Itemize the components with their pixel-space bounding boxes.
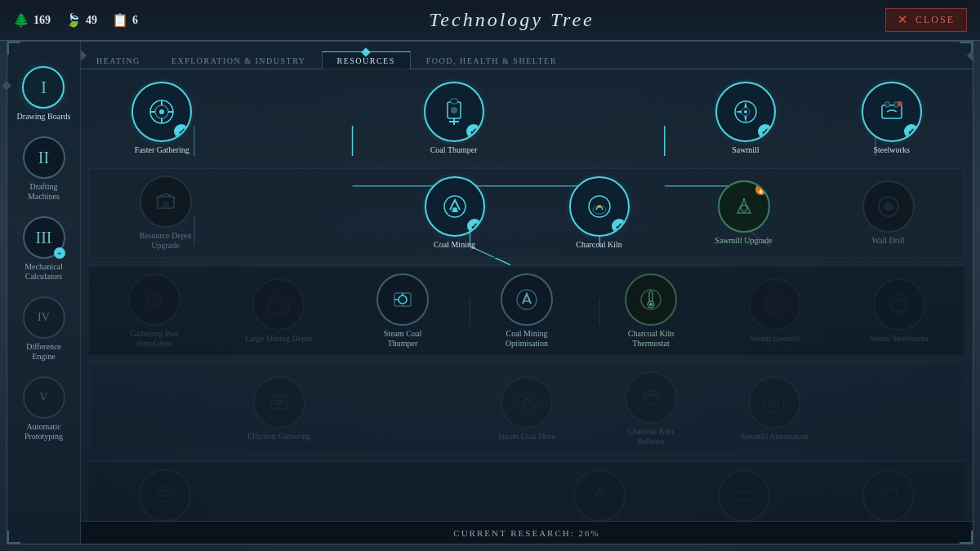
tech-node-wall-drill[interactable]: Wall Drill <box>852 180 925 246</box>
tier-item-5[interactable]: V Automatic Prototyping <box>16 376 73 442</box>
svg-rect-71 <box>157 491 173 502</box>
tech-node-steam-sawmill[interactable]: Steam Sawmill <box>738 278 812 344</box>
tech-label-steam-coal-thumper: Steam Coal Thumper <box>368 329 438 349</box>
tech-node-sawmill-auto[interactable]: Sawmill Automation <box>737 376 811 442</box>
status-bar: CURRENT RESEARCH: 26% <box>81 521 973 544</box>
tier-plus-icon-3: + <box>54 247 65 259</box>
tech-node-faster-gathering[interactable]: ✓ Faster Gathering <box>125 82 198 155</box>
tech-node-resource-depot[interactable]: Resource Depot Upgrade <box>129 176 203 251</box>
tab-diamond-right <box>967 50 973 61</box>
tech-node-sawmill-upgrade[interactable]: 🔥 Sawmill Upgrade <box>707 180 781 246</box>
tech-circle-coal-mining[interactable]: ✓ <box>425 176 485 237</box>
tech-circle-steam-steelworks[interactable] <box>873 278 925 331</box>
tech-circle-charcoal-bellows[interactable] <box>625 371 677 424</box>
tech-label-charcoal-thermostat: Charcoal Kiln Thermostat <box>617 329 686 349</box>
tech-circle-steam-sawmill[interactable] <box>749 278 801 331</box>
tech-node-steam-coal-thumper[interactable]: Steam Coal Thumper <box>366 273 439 349</box>
close-button[interactable]: ✕ CLOSE <box>885 8 967 32</box>
tab-exploration[interactable]: EXPLORATION & INDUSTRY <box>156 51 322 69</box>
tab-resources[interactable]: RESOURCES <box>322 51 411 69</box>
people-count: 6 <box>132 14 138 27</box>
tech-label-coal-thumper: Coal Thumper <box>430 145 478 155</box>
tier-item-4[interactable]: IV Difference Engine <box>16 296 73 362</box>
tech-label-faster-gathering: Faster Gathering <box>135 145 189 155</box>
tech-circle-sawmill-auto[interactable] <box>748 376 800 429</box>
tech-circle-charcoal-thermostat[interactable] <box>625 273 677 326</box>
tech-node-charcoal-kiln[interactable]: ✓ Charcoal Kiln <box>563 176 636 250</box>
tech-circle-steam-coal-mine[interactable] <box>501 376 553 429</box>
tier-label-3: Mechanical Calculators <box>16 262 73 282</box>
tech-circle-efficient-gathering[interactable] <box>253 376 305 429</box>
tech-node-coal-mining[interactable]: ✓ Coal Mining <box>418 176 492 250</box>
wood-count: 169 <box>33 14 51 27</box>
coal-resource: 🍃 49 <box>65 12 97 28</box>
svg-rect-30 <box>885 102 889 107</box>
svg-rect-58 <box>768 301 782 308</box>
tech-circle-wall-drill[interactable] <box>862 180 915 233</box>
svg-rect-29 <box>882 105 902 118</box>
tech-node-gathering-sim2[interactable]: Gathering Post Simulation II <box>128 469 202 521</box>
fire-icon: 🔥 <box>755 184 767 195</box>
tier-item-2[interactable]: II Drafting Machines <box>16 136 73 202</box>
tech-node-sawmill-extension[interactable]: Sawmill Range Extension <box>707 469 781 521</box>
active-tab-indicator <box>361 47 370 56</box>
tech-node-efficient-gathering[interactable]: Efficient Gathering <box>243 376 316 442</box>
tech-label-efficient-gathering: Efficient Gathering <box>247 432 310 442</box>
tier-label-4: Difference Engine <box>16 342 73 362</box>
tier-circle-1: I <box>22 66 65 109</box>
tech-node-charcoal-thermostat[interactable]: Charcoal Kiln Thermostat <box>614 273 688 349</box>
tech-node-large-depot[interactable]: Large Mining Depot <box>242 278 315 344</box>
tech-circle-sawmill[interactable]: ✓ <box>715 82 776 142</box>
tech-circle-coal-mining-opt[interactable] <box>501 273 553 326</box>
tech-circle-coal-thumper[interactable]: ✓ <box>424 82 484 142</box>
svg-rect-63 <box>271 396 287 409</box>
tech-circle-advanced-steelworks[interactable] <box>862 469 915 521</box>
tech-label-coal-mining: Coal Mining <box>434 240 475 250</box>
tech-circle-charcoal-kiln[interactable]: ✓ <box>569 176 630 237</box>
tech-node-steam-coal-mine[interactable]: Steam Coal Mine <box>490 376 564 442</box>
tech-node-steelworks[interactable]: ✓ Steelworks <box>855 82 929 155</box>
tab-food[interactable]: FOOD, HEALTH & SHELTER <box>411 51 572 69</box>
tier-item-3[interactable]: III + Mechanical Calculators <box>16 216 73 282</box>
svg-rect-62 <box>893 301 906 311</box>
svg-point-25 <box>451 107 457 113</box>
tech-label-sawmill-auto: Sawmill Automation <box>741 432 808 442</box>
tier-roman-1: I <box>41 78 47 97</box>
tech-circle-coal-rationalization[interactable] <box>573 469 626 521</box>
tech-circle-sawmill-upgrade[interactable]: 🔥 <box>718 180 770 233</box>
tier-item-1[interactable]: I Drawing Boards <box>17 66 71 122</box>
tech-node-gathering-post[interactable]: Gathering Post Simulation <box>118 273 191 349</box>
tech-node-coal-rationalization[interactable]: Coal Mining Rationalisation <box>563 469 636 521</box>
tech-label-sawmill-upgrade: Sawmill Upgrade <box>715 236 772 246</box>
tech-label-gathering-post: Gathering Post Simulation <box>120 329 189 349</box>
svg-rect-74 <box>734 492 754 500</box>
tech-node-steam-steelworks[interactable]: Steam Steelworks <box>862 278 936 344</box>
tech-circle-steam-coal-thumper[interactable] <box>376 273 429 326</box>
tech-node-coal-mining-opt[interactable]: Coal Mining Optimisation <box>490 273 564 349</box>
tech-node-coal-thumper[interactable]: ✓ Coal Thumper <box>417 82 491 155</box>
tech-node-sawmill[interactable]: ✓ Sawmill <box>709 82 782 155</box>
tier-circle-4: IV <box>23 296 65 339</box>
svg-rect-22 <box>451 99 457 104</box>
svg-point-44 <box>886 204 891 209</box>
tech-node-advanced-steelworks[interactable]: Advanced Steelworks <box>852 469 925 521</box>
main-panel: I Drawing Boards II Drafting Machines II… <box>7 41 973 544</box>
tech-label-steam-sawmill: Steam Sawmill <box>751 334 800 344</box>
svg-point-70 <box>773 401 776 404</box>
tech-circle-sawmill-extension[interactable] <box>718 469 770 521</box>
tech-circle-faster-gathering[interactable]: ✓ <box>131 82 192 142</box>
tech-label-wall-drill: Wall Drill <box>871 236 904 246</box>
tech-circle-gathering-post[interactable] <box>128 273 180 326</box>
tab-heating[interactable]: HEATING <box>81 51 156 69</box>
unlocked-check-cm: ✓ <box>467 219 482 233</box>
content-area: HEATING EXPLORATION & INDUSTRY RESOURCES… <box>81 42 973 544</box>
tech-circle-large-depot[interactable] <box>252 278 305 331</box>
tech-row-2: Gathering Post Simulation Large Mining D… <box>89 267 964 355</box>
tech-grid: ✓ Faster Gathering <box>81 69 973 521</box>
tech-circle-steelworks[interactable]: ✓ <box>862 82 922 142</box>
svg-rect-46 <box>269 300 288 313</box>
tech-label-charcoal-bellows: Charcoal Kiln Bellows <box>616 427 685 447</box>
tech-circle-resource-depot[interactable] <box>140 176 192 228</box>
tech-node-charcoal-bellows[interactable]: Charcoal Kiln Bellows <box>614 371 688 447</box>
tech-circle-gathering-sim2[interactable] <box>139 469 191 521</box>
